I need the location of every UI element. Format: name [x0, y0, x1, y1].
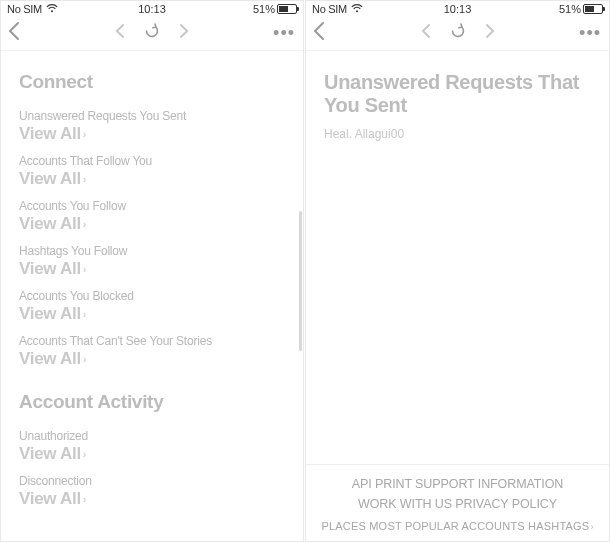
row-disconnection[interactable]: Disconnection View All›	[19, 474, 285, 509]
chevron-right-icon: ›	[83, 263, 86, 275]
wifi-icon	[46, 4, 58, 15]
clock-label: 10:13	[138, 3, 166, 15]
chevron-right-icon: ›	[590, 522, 593, 532]
view-all-link[interactable]: View All›	[19, 169, 86, 189]
chevron-right-icon: ›	[83, 173, 86, 185]
left-screen: No SIM 10:13 51% ••• Connect	[0, 0, 304, 542]
chevron-right-icon: ›	[83, 308, 86, 320]
nav-forward-button[interactable]	[485, 23, 495, 44]
chevron-right-icon: ›	[83, 353, 86, 365]
nav-back-button[interactable]	[115, 23, 125, 44]
battery-indicator: 51%	[559, 3, 603, 15]
battery-icon	[277, 4, 297, 14]
view-all-link[interactable]: View All›	[19, 124, 86, 144]
battery-indicator: 51%	[253, 3, 297, 15]
nav-forward-button[interactable]	[179, 23, 189, 44]
footer-links: API PRINT SUPPORT INFORMATION WORK WITH …	[306, 464, 609, 541]
view-all-link[interactable]: View All›	[19, 259, 86, 279]
battery-pct-label: 51%	[559, 3, 581, 15]
reload-button[interactable]	[449, 22, 467, 45]
row-label: Accounts You Blocked	[19, 289, 285, 303]
reload-button[interactable]	[143, 22, 161, 45]
chevron-right-icon: ›	[83, 128, 86, 140]
view-all-link[interactable]: View All›	[19, 304, 86, 324]
row-label: Accounts That Follow You	[19, 154, 285, 168]
chevron-right-icon: ›	[83, 493, 86, 505]
status-bar: No SIM 10:13 51%	[1, 1, 303, 17]
row-label: Accounts You Follow	[19, 199, 285, 213]
browser-nav: •••	[1, 17, 303, 51]
view-all-link[interactable]: View All›	[19, 489, 86, 509]
row-label: Unanswered Requests You Sent	[19, 109, 285, 123]
view-all-link[interactable]: View All›	[19, 214, 86, 234]
system-back-button[interactable]	[312, 21, 336, 47]
carrier-label: No SIM	[312, 3, 347, 15]
row-label: Disconnection	[19, 474, 285, 488]
battery-icon	[583, 4, 603, 14]
clock-label: 10:13	[444, 3, 472, 15]
row-hashtags[interactable]: Hashtags You Follow View All›	[19, 244, 285, 279]
more-menu-button[interactable]: •••	[579, 23, 601, 44]
more-menu-button[interactable]: •••	[273, 23, 295, 44]
status-bar: No SIM 10:13 51%	[306, 1, 609, 17]
row-label: Accounts That Can't See Your Stories	[19, 334, 285, 348]
right-screen: No SIM 10:13 51% ••• Unanswered	[305, 0, 610, 542]
wifi-icon	[351, 4, 363, 15]
row-label: Hashtags You Follow	[19, 244, 285, 258]
row-unanswered-requests[interactable]: Unanswered Requests You Sent View All›	[19, 109, 285, 144]
chevron-right-icon: ›	[83, 448, 86, 460]
row-unauthorized[interactable]: Unauthorized View All›	[19, 429, 285, 464]
left-content: Connect Unanswered Requests You Sent Vie…	[1, 51, 303, 542]
footer-line[interactable]: PLACES MOST POPULAR ACCOUNTS HASHTAGS›	[314, 518, 601, 535]
row-label: Unauthorized	[19, 429, 285, 443]
view-all-link[interactable]: View All›	[19, 349, 86, 369]
nav-back-button[interactable]	[421, 23, 431, 44]
row-blocked[interactable]: Accounts You Blocked View All›	[19, 289, 285, 324]
row-following[interactable]: Accounts You Follow View All›	[19, 199, 285, 234]
chevron-right-icon: ›	[83, 218, 86, 230]
section-activity-title: Account Activity	[19, 391, 285, 413]
system-back-button[interactable]	[7, 21, 31, 47]
browser-nav: •••	[306, 17, 609, 51]
username-item[interactable]: Heal. Allagui00	[324, 127, 591, 141]
section-connect-title: Connect	[19, 71, 285, 93]
battery-pct-label: 51%	[253, 3, 275, 15]
row-story-hidden[interactable]: Accounts That Can't See Your Stories Vie…	[19, 334, 285, 369]
scrollbar-thumb[interactable]	[299, 211, 302, 351]
row-followers[interactable]: Accounts That Follow You View All›	[19, 154, 285, 189]
page-title: Unanswered Requests That You Sent	[324, 71, 591, 117]
view-all-link[interactable]: View All›	[19, 444, 86, 464]
carrier-label: No SIM	[7, 3, 42, 15]
footer-line[interactable]: API PRINT SUPPORT INFORMATION	[314, 475, 601, 494]
footer-line[interactable]: WORK WITH US PRIVACY POLICY	[314, 495, 601, 514]
